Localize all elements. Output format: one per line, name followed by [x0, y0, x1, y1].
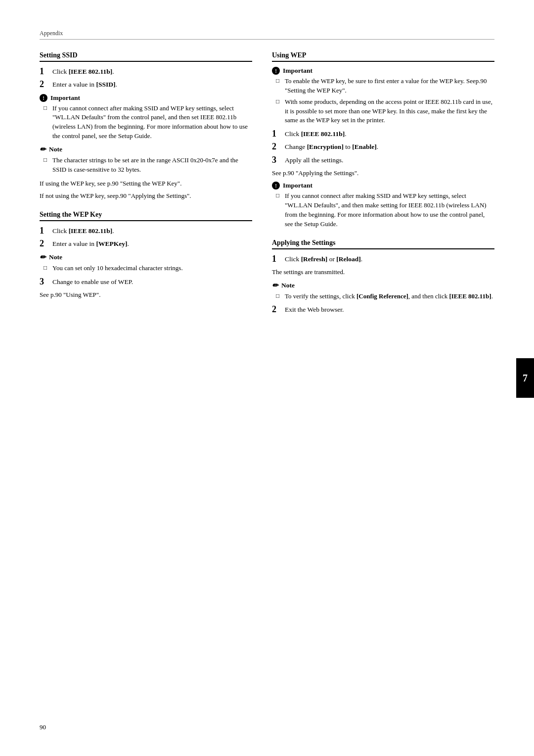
applying-plain1: The settings are transmitted.	[272, 267, 494, 277]
ssid-important: ! Important If you cannot connect after …	[40, 94, 252, 141]
ssid-step1-num: 1	[40, 67, 50, 77]
list-item: If you cannot connect after making SSID …	[276, 191, 494, 229]
applying-settings-section: Applying the Settings 1 Click [Refresh] …	[272, 239, 494, 315]
page: Appendix 7 Setting SSID 1 Click [IEEE 80…	[0, 0, 534, 756]
ssid-note-list: The character strings to be set are in t…	[40, 156, 252, 175]
wep-key-note-title: ✏ Note	[40, 253, 252, 262]
using-wep-step2: 2 Change [Encryption] to [Enable].	[272, 142, 494, 152]
applying-step2: 2 Exit the Web browser.	[272, 305, 494, 315]
appendix-label: Appendix	[40, 30, 494, 40]
ssid-note-title: ✏ Note	[40, 145, 252, 154]
using-wep-step3-text: Apply all the settings.	[285, 155, 344, 165]
using-wep-step2-text: Change [Encryption] to [Enable].	[285, 142, 378, 152]
using-wep-important-title: ! Important	[272, 67, 494, 75]
list-item: If you cannot connect after making SSID …	[44, 104, 252, 141]
main-content: Setting SSID 1 Click [IEEE 802.11b]. 2 E…	[40, 51, 494, 318]
wep-key-step1: 1 Click [IEEE 802.11b].	[40, 226, 252, 236]
ssid-important-list: If you cannot connect after making SSID …	[40, 104, 252, 141]
wep-key-step2-text: Enter a value in [WEPKey].	[52, 239, 129, 249]
setting-ssid-section: Setting SSID 1 Click [IEEE 802.11b]. 2 E…	[40, 51, 252, 201]
ssid-plain2: If not using the WEP key, seep.90 "Apply…	[40, 191, 252, 201]
using-wep-plain1: See p.90 "Applying the Settings".	[272, 168, 494, 178]
note-icon: ✏	[40, 145, 46, 154]
right-column: Using WEP ! Important To enable the WEP …	[272, 51, 494, 318]
applying-note-title: ✏ Note	[272, 281, 494, 290]
page-number: 90	[40, 723, 46, 731]
list-item: To enable the WEP key, be sure to first …	[276, 77, 494, 95]
list-item: With some products, depending on the acc…	[276, 97, 494, 126]
using-wep-step2-num: 2	[272, 142, 283, 152]
applying-step2-num: 2	[272, 305, 283, 315]
applying-note-list: To verify the settings, click [Config Re…	[272, 292, 494, 301]
ssid-note: ✏ Note The character strings to be set a…	[40, 145, 252, 175]
using-wep-important2-title: ! Important	[272, 182, 494, 189]
ssid-plain1: If using the WEP key, see p.90 "Setting …	[40, 179, 252, 189]
using-wep-step1: 1 Click [IEEE 802.11b].	[272, 129, 494, 139]
wep-key-step2-num: 2	[40, 239, 50, 249]
using-wep-step3-num: 3	[272, 155, 283, 165]
list-item: The character strings to be set are in t…	[44, 156, 252, 175]
sidebar-number: 7	[516, 358, 534, 398]
using-wep-step3: 3 Apply all the settings.	[272, 155, 494, 165]
applying-step1: 1 Click [Refresh] or [Reload].	[272, 254, 494, 264]
ssid-important-title: ! Important	[40, 94, 252, 102]
using-wep-title: Using WEP	[272, 51, 494, 62]
important-icon: !	[40, 94, 47, 102]
setting-ssid-title: Setting SSID	[40, 51, 252, 62]
ssid-step1: 1 Click [IEEE 802.11b].	[40, 67, 252, 77]
wep-key-step3-num: 3	[40, 277, 50, 287]
note-icon-2: ✏	[40, 253, 46, 262]
setting-wep-key-title: Setting the WEP Key	[40, 211, 252, 221]
ssid-step2-num: 2	[40, 80, 50, 90]
note-icon-3: ✏	[272, 281, 278, 290]
using-wep-section: Using WEP ! Important To enable the WEP …	[272, 51, 494, 229]
ssid-step1-text: Click [IEEE 802.11b].	[52, 67, 114, 77]
ssid-step2-text: Enter a value in [SSID].	[52, 80, 117, 90]
appendix-text: Appendix	[40, 30, 63, 37]
using-wep-important: ! Important To enable the WEP key, be su…	[272, 67, 494, 125]
using-wep-important2: ! Important If you cannot connect after …	[272, 182, 494, 229]
wep-key-plain1: See p.90 "Using WEP".	[40, 290, 252, 300]
wep-key-step3-text: Change to enable use of WEP.	[52, 277, 133, 287]
using-wep-important2-list: If you cannot connect after making SSID …	[272, 191, 494, 229]
wep-key-step1-text: Click [IEEE 802.11b].	[52, 226, 114, 236]
list-item: You can set only 10 hexadecimal characte…	[44, 264, 252, 273]
applying-note: ✏ Note To verify the settings, click [Co…	[272, 281, 494, 301]
applying-step1-text: Click [Refresh] or [Reload].	[285, 254, 362, 264]
wep-key-step3: 3 Change to enable use of WEP.	[40, 277, 252, 287]
important-icon-2: !	[272, 67, 280, 75]
using-wep-important-list: To enable the WEP key, be sure to first …	[272, 77, 494, 125]
wep-key-note: ✏ Note You can set only 10 hexadecimal c…	[40, 253, 252, 273]
left-column: Setting SSID 1 Click [IEEE 802.11b]. 2 E…	[40, 51, 252, 318]
important-icon-3: !	[272, 182, 280, 189]
wep-key-note-list: You can set only 10 hexadecimal characte…	[40, 264, 252, 273]
applying-step1-num: 1	[272, 254, 283, 264]
wep-key-step1-num: 1	[40, 226, 50, 236]
applying-settings-title: Applying the Settings	[272, 239, 494, 249]
wep-key-step2: 2 Enter a value in [WEPKey].	[40, 239, 252, 249]
setting-wep-key-section: Setting the WEP Key 1 Click [IEEE 802.11…	[40, 211, 252, 300]
using-wep-step1-text: Click [IEEE 802.11b].	[285, 129, 347, 139]
ssid-step2: 2 Enter a value in [SSID].	[40, 80, 252, 90]
using-wep-step1-num: 1	[272, 129, 283, 139]
applying-step2-text: Exit the Web browser.	[285, 305, 344, 315]
list-item: To verify the settings, click [Config Re…	[276, 292, 494, 301]
